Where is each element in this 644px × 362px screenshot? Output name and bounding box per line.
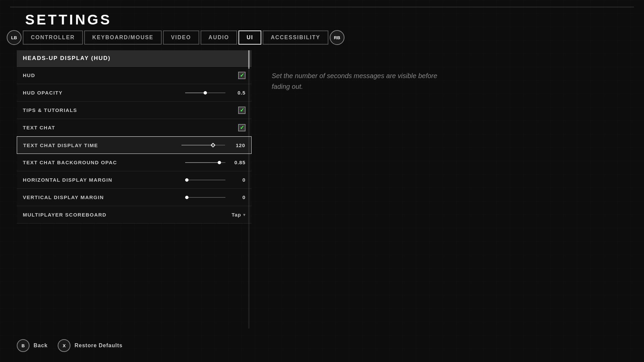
slider-track-text-chat-display-time [181,145,225,145]
setting-row-tips[interactable]: TIPS & TUTORIALS [17,102,252,119]
setting-value-horizontal-margin: 0 [229,177,246,183]
slider-track-horizontal-margin [185,180,225,180]
setting-label-hud: HUD [23,72,238,78]
setting-label-text-chat-display-time: TEXT CHAT DISPLAY TIME [23,142,181,148]
setting-value-text-chat-display-time: 120 [228,142,245,148]
setting-row-text-chat-display-time[interactable]: TEXT CHAT DISPLAY TIME 120 [17,136,252,154]
back-action[interactable]: B Back [17,339,48,352]
rb-button[interactable]: RB [330,30,344,45]
dropdown-value-text: Tap [231,212,241,218]
tab-controller[interactable]: CONTROLLER [23,31,83,45]
setting-row-hud[interactable]: HUD [17,67,252,84]
setting-label-text-chat: TEXT CHAT [23,125,238,130]
tab-ui[interactable]: UI [238,31,261,45]
tab-keyboard-mouse[interactable]: KEYBOARD/MOUSE [84,31,162,45]
slider-fill-text-chat-display-time [181,145,213,145]
main-container: SETTINGS LB CONTROLLER KEYBOARD/MOUSE VI… [0,0,644,362]
setting-label-text-chat-bg-opacity: TEXT CHAT BACKGROUND OPAC [23,160,185,165]
slider-thumb-text-chat-bg-opacity[interactable] [218,161,221,164]
slider-fill-text-chat-bg-opacity [185,162,219,163]
section-header: HEADS-UP DISPLAY (HUD) [17,50,252,67]
setting-label-multiplayer-scoreboard: MULTIPLAYER SCOREBOARD [23,212,231,218]
setting-row-hud-opacity[interactable]: HUD OPACITY 0.5 [17,84,252,102]
setting-row-vertical-margin[interactable]: VERTICAL DISPLAY MARGIN 0 [17,189,252,206]
slider-thumb-horizontal-margin[interactable] [185,178,189,182]
slider-vertical-margin[interactable] [185,197,225,198]
setting-row-text-chat[interactable]: TEXT CHAT [17,119,252,136]
setting-value-text-chat-bg-opacity: 0.85 [229,160,246,165]
back-label: Back [34,343,48,349]
slider-text-chat-display-time[interactable] [181,145,225,145]
slider-horizontal-margin[interactable] [185,180,225,180]
settings-scroll-area[interactable]: HEADS-UP DISPLAY (HUD) HUD HUD OPACITY [17,50,252,328]
slider-hud-opacity[interactable] [185,93,225,93]
setting-label-hud-opacity: HUD OPACITY [23,90,185,96]
setting-value-hud-opacity: 0.5 [229,90,246,96]
checkbox-tips[interactable] [238,107,246,114]
setting-row-multiplayer-scoreboard[interactable]: MULTIPLAYER SCOREBOARD Tap ▾ [17,206,252,224]
setting-row-horizontal-margin[interactable]: HORIZONTAL DISPLAY MARGIN 0 [17,171,252,189]
slider-track-vertical-margin [185,197,225,198]
setting-label-tips: TIPS & TUTORIALS [23,107,238,113]
slider-track-hud-opacity [185,93,225,93]
slider-thumb-text-chat-display-time[interactable] [211,143,215,147]
setting-row-text-chat-bg-opacity[interactable]: TEXT CHAT BACKGROUND OPAC 0.85 [17,154,252,171]
slider-text-chat-bg-opacity[interactable] [185,162,225,163]
tab-audio[interactable]: AUDIO [201,31,237,45]
setting-value-vertical-margin: 0 [229,194,246,200]
slider-thumb-vertical-margin[interactable] [185,196,189,199]
page-title: SETTINGS [25,12,112,28]
slider-thumb-hud-opacity[interactable] [204,91,207,95]
scroll-indicator[interactable] [248,50,250,328]
x-button[interactable]: X [58,339,70,352]
scroll-indicator-bar [248,50,250,69]
dropdown-arrow-icon: ▾ [243,213,246,217]
lb-button[interactable]: LB [7,30,21,45]
checkbox-text-chat[interactable] [238,124,246,131]
slider-track-text-chat-bg-opacity [185,162,225,163]
dropdown-multiplayer-scoreboard[interactable]: Tap ▾ [231,212,246,218]
setting-label-vertical-margin: VERTICAL DISPLAY MARGIN [23,194,185,200]
content-area: HEADS-UP DISPLAY (HUD) HUD HUD OPACITY [17,50,627,328]
settings-panel: HEADS-UP DISPLAY (HUD) HUD HUD OPACITY [17,50,252,328]
tabs-container: LB CONTROLLER KEYBOARD/MOUSE VIDEO AUDIO… [7,30,637,45]
bottom-bar: B Back X Restore Defaults [17,339,627,352]
restore-label: Restore Defaults [74,343,122,349]
checkbox-hud[interactable] [238,72,246,79]
description-text: Set the number of seconds messages are v… [272,70,439,92]
tab-video[interactable]: VIDEO [163,31,199,45]
setting-label-horizontal-margin: HORIZONTAL DISPLAY MARGIN [23,177,185,183]
restore-action[interactable]: X Restore Defaults [58,339,122,352]
b-button[interactable]: B [17,339,30,352]
slider-fill-hud-opacity [185,93,205,93]
description-panel: Set the number of seconds messages are v… [265,50,627,328]
top-border [10,7,634,7]
tab-accessibility[interactable]: ACCESSIBILITY [263,31,328,45]
